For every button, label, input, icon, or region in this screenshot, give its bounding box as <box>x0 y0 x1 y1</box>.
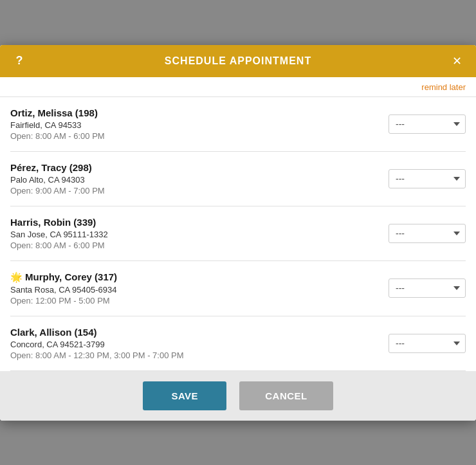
provider-location: Palo Alto, CA 94303 <box>10 175 378 185</box>
provider-name: Harris, Robin (339) <box>10 217 378 228</box>
provider-select-wrap: --- <box>389 334 466 353</box>
provider-hours: Open: 12:00 PM - 5:00 PM <box>10 296 378 305</box>
provider-name: Ortiz, Melissa (198) <box>10 107 378 118</box>
provider-select-wrap: --- <box>389 224 466 243</box>
help-button[interactable]: ? <box>10 54 28 68</box>
provider-hours: Open: 8:00 AM - 6:00 PM <box>10 131 378 141</box>
modal-header: ? SCHEDULE APPOINTMENT ✕ <box>0 45 476 77</box>
appointment-select[interactable]: --- <box>389 278 466 298</box>
provider-info: 🌟Murphy, Corey (317)Santa Rosa, CA 95405… <box>10 271 378 305</box>
provider-name: 🌟Murphy, Corey (317) <box>10 271 378 283</box>
provider-location: Santa Rosa, CA 95405-6934 <box>10 285 378 295</box>
provider-location: Concord, CA 94521-3799 <box>10 340 378 349</box>
table-row: Pérez, Tracy (298)Palo Alto, CA 94303Ope… <box>10 152 466 206</box>
provider-info: Pérez, Tracy (298)Palo Alto, CA 94303Ope… <box>10 162 378 196</box>
provider-location: Fairfield, CA 94533 <box>10 120 378 130</box>
provider-info: Ortiz, Melissa (198)Fairfield, CA 94533O… <box>10 107 378 141</box>
remind-bar: remind later <box>0 77 476 97</box>
provider-name: Clark, Allison (154) <box>10 327 378 338</box>
provider-hours: Open: 8:00 AM - 6:00 PM <box>10 241 378 250</box>
modal-title: SCHEDULE APPOINTMENT <box>28 55 448 67</box>
table-row: Ortiz, Melissa (198)Fairfield, CA 94533O… <box>10 97 466 152</box>
provider-select-wrap: --- <box>389 114 466 134</box>
table-row: 🌟Murphy, Corey (317)Santa Rosa, CA 95405… <box>10 261 466 316</box>
close-button[interactable]: ✕ <box>448 54 466 68</box>
appointment-select[interactable]: --- <box>389 224 466 243</box>
remind-later-link[interactable]: remind later <box>421 82 466 92</box>
provider-info: Clark, Allison (154)Concord, CA 94521-37… <box>10 327 378 360</box>
modal-footer: SAVE CANCEL <box>0 371 476 421</box>
provider-name: Pérez, Tracy (298) <box>10 162 378 173</box>
table-row: Clark, Allison (154)Concord, CA 94521-37… <box>10 316 466 371</box>
appointment-select[interactable]: --- <box>389 114 466 134</box>
cancel-button[interactable]: CANCEL <box>239 381 333 410</box>
provider-location: San Jose, CA 95111-1332 <box>10 230 378 239</box>
provider-hours: Open: 8:00 AM - 12:30 PM, 3:00 PM - 7:00… <box>10 351 378 360</box>
save-button[interactable]: SAVE <box>143 381 226 410</box>
provider-info: Harris, Robin (339)San Jose, CA 95111-13… <box>10 217 378 250</box>
provider-hours: Open: 9:00 AM - 7:00 PM <box>10 186 378 196</box>
provider-select-wrap: --- <box>389 278 466 298</box>
table-row: Harris, Robin (339)San Jose, CA 95111-13… <box>10 206 466 261</box>
appointment-select[interactable]: --- <box>389 334 466 353</box>
provider-select-wrap: --- <box>389 169 466 188</box>
sun-icon: 🌟 <box>10 271 23 283</box>
appointment-select[interactable]: --- <box>389 169 466 188</box>
providers-list: Ortiz, Melissa (198)Fairfield, CA 94533O… <box>0 97 476 371</box>
schedule-appointment-modal: ? SCHEDULE APPOINTMENT ✕ remind later Or… <box>0 45 476 421</box>
